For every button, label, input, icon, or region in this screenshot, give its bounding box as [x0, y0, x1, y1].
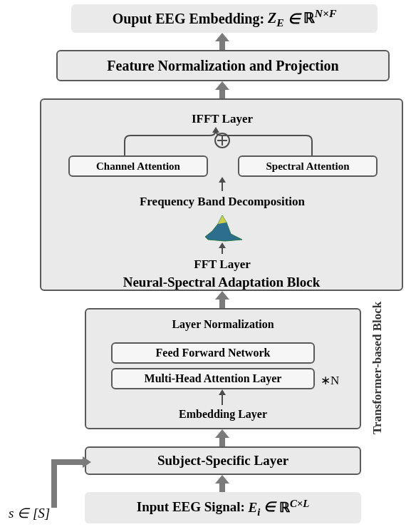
repeat-n-text: ∗N	[321, 373, 339, 388]
spectral-attention-box: Spectral Attention	[238, 155, 378, 177]
ifft-layer: IFFT Layer	[64, 108, 380, 130]
frequency-decomposition-box: Frequency Band Decomposition	[64, 191, 380, 213]
output-in: ∈	[288, 10, 303, 26]
ifft-label: IFFT Layer	[192, 112, 253, 126]
arrow-subject-to-transformer	[211, 429, 234, 446]
fft-layer: FFT Layer	[64, 254, 380, 275]
input-text: Input EEG Signal: Ei ∈ ℝC×L	[137, 497, 310, 518]
svg-marker-9	[219, 177, 226, 183]
s-index-text: s ∈ [S]	[9, 505, 50, 521]
output-space: ℝN×F	[303, 10, 337, 26]
feature-normalization-box: Feature Normalization and Projection	[56, 50, 390, 81]
layer-norm-box: Layer Normalization	[95, 315, 350, 334]
arrow-freq-to-attn	[215, 177, 229, 193]
ffn-label: Feed Forward Network	[156, 347, 271, 359]
svg-marker-3	[215, 81, 229, 90]
repeat-n-label: ∗N	[321, 371, 352, 389]
subject-specific-layer: Subject‑Specific Layer	[85, 446, 361, 475]
embedding-layer-box: Embedding Layer	[95, 405, 350, 424]
embedding-label: Embedding Layer	[179, 408, 267, 421]
arrow-input-to-subject	[211, 475, 234, 492]
output-prefix: Ouput EEG Embedding:	[113, 10, 268, 26]
ffn-box: Feed Forward Network	[111, 342, 315, 364]
adaptation-block-title: Neural‑Spectral Adaptation Block	[40, 274, 403, 291]
output-symbol: ZE	[268, 10, 284, 26]
svg-marker-19	[215, 475, 229, 484]
mha-box: Multi‑Head Attention Layer	[111, 368, 315, 389]
input-space: ℝC×L	[279, 500, 309, 515]
plus-merge-icon	[212, 130, 233, 151]
spectrum-icon	[202, 213, 245, 242]
arrow-transformer-to-adapt	[211, 291, 234, 308]
svg-marker-13	[215, 291, 229, 300]
svg-marker-17	[215, 429, 229, 438]
transformer-side-text: Transformer‑based Block	[370, 302, 385, 434]
channel-attention-box: Channel Attention	[68, 155, 208, 177]
input-in: ∈	[264, 500, 279, 515]
arrow-adapt-to-featnorm	[211, 81, 234, 98]
svg-marker-15	[219, 389, 226, 395]
svg-marker-11	[219, 242, 226, 248]
mha-label: Multi‑Head Attention Layer	[145, 372, 282, 385]
channel-attn-label: Channel Attention	[96, 160, 180, 173]
input-symbol: Ei	[249, 500, 261, 515]
s-index-label: s ∈ [S]	[9, 502, 80, 523]
arrow-featnorm-to-output	[211, 33, 234, 50]
fft-label: FFT Layer	[194, 257, 250, 272]
output-embedding-box: Ouput EEG Embedding: ZE ∈ ℝN×F	[71, 4, 378, 33]
layer-norm-label: Layer Normalization	[172, 318, 274, 331]
diagram-stage: Ouput EEG Embedding: ZE ∈ ℝN×F Feature N…	[0, 0, 406, 532]
output-text: Ouput EEG Embedding: ZE ∈ ℝN×F	[113, 8, 337, 30]
freq-decomp-label: Frequency Band Decomposition	[140, 195, 305, 209]
svg-marker-20	[83, 456, 91, 468]
input-prefix: Input EEG Signal:	[137, 500, 249, 515]
spectral-attn-label: Spectral Attention	[266, 160, 349, 173]
adapt-title-text: Neural‑Spectral Adaptation Block	[123, 275, 321, 290]
featnorm-label: Feature Normalization and Projection	[107, 58, 338, 74]
subject-layer-label: Subject‑Specific Layer	[157, 453, 288, 469]
transformer-side-label: Transformer‑based Block	[368, 297, 387, 439]
arrow-embedding-to-mha	[215, 389, 229, 406]
svg-marker-1	[215, 33, 229, 41]
input-signal-box: Input EEG Signal: Ei ∈ ℝC×L	[85, 492, 361, 523]
